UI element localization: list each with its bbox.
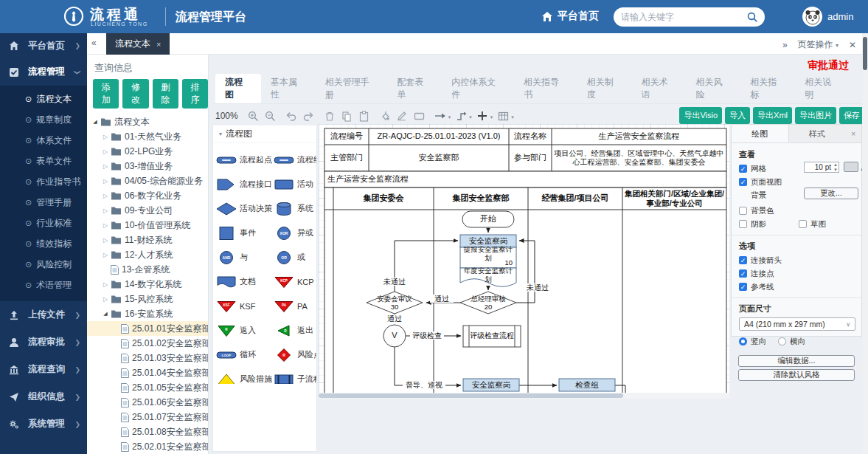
shape-loop[interactable]: LOOP循环 <box>215 343 272 367</box>
tab-guides[interactable]: 相关指导书 <box>514 74 577 103</box>
tree-folder[interactable]: ▷15-风控系统 <box>87 292 208 306</box>
table-icon[interactable] <box>497 110 510 123</box>
sidebar-item-regulations[interactable]: ⊙规章制度 <box>0 109 87 130</box>
copy-icon[interactable] <box>341 110 353 123</box>
tab-internal-control-files[interactable]: 内控体系文件 <box>442 74 514 103</box>
tab-terms[interactable]: 相关术语 <box>632 74 687 103</box>
sidebar-item-mgmt-manual[interactable]: ⊙管理手册 <box>0 192 87 213</box>
format-tab-style[interactable]: 样式 <box>789 125 846 142</box>
shape-decision[interactable]: 活动决策 <box>215 196 272 221</box>
shape-risk-point[interactable]: R风险点 <box>272 343 316 367</box>
page-size-select[interactable]: A4 (210 mm x 297 mm)∨ <box>739 317 855 331</box>
shape-kcp[interactable]: KCPKCP <box>272 269 316 294</box>
sidebar-item-kpi[interactable]: ⊙绩效指标 <box>0 233 87 254</box>
open-tab-process-text[interactable]: 流程文本 × <box>106 33 170 55</box>
portrait-radio[interactable] <box>739 337 747 345</box>
tree-file-selected[interactable]: 25.01.01安全监察部-安全监 <box>87 321 208 336</box>
scroll-tabs-icon[interactable]: » <box>782 40 788 50</box>
hscrollbar-thumb[interactable] <box>319 393 623 398</box>
node-gateway-v[interactable]: V <box>383 325 406 347</box>
shape-or[interactable]: OR或 <box>272 245 316 269</box>
tree-file[interactable]: 25.01.02安全监察部-安全监 <box>87 336 208 351</box>
arrow-style-icon[interactable] <box>434 110 447 123</box>
conn-arrows-checkbox[interactable]: ✓ <box>739 256 747 264</box>
shape-document[interactable]: 文档 <box>215 269 272 294</box>
shape-style-icon[interactable] <box>413 110 426 123</box>
shape-activity[interactable]: 活动 <box>272 172 316 196</box>
sidebar-item-process-mgmt[interactable]: 流程管理❯ <box>0 58 87 86</box>
shape-system[interactable]: 系统 <box>272 196 316 221</box>
sidebar-item-terms[interactable]: ⊙术语管理 <box>0 275 87 295</box>
shape-pa[interactable]: PAPA <box>272 294 316 318</box>
tree-folder[interactable]: ▷10-价值管理系统 <box>87 218 208 233</box>
pencil-icon[interactable] <box>396 110 409 123</box>
redo-icon[interactable] <box>302 110 315 123</box>
shape-end[interactable]: 流程终点 <box>272 148 316 172</box>
insert-shape-icon[interactable] <box>476 110 489 123</box>
tab-risks[interactable]: 相关风险 <box>686 74 740 103</box>
tree-file[interactable]: 25.02.01安全监察部-双重预 <box>87 439 208 454</box>
sidebar-item-home[interactable]: 平台首页❯ <box>0 33 87 58</box>
connector-style-icon[interactable] <box>455 110 468 123</box>
search-input[interactable] <box>621 12 747 22</box>
tree-file[interactable]: 13-企管系统 <box>87 262 208 277</box>
tab-mgmt-manuals[interactable]: 相关管理手册 <box>316 74 388 103</box>
tree-folder[interactable]: ▷12-人才系统 <box>87 247 208 262</box>
format-tab-diagram[interactable]: 绘图 <box>732 125 789 142</box>
node-start[interactable]: 开始 <box>462 211 514 227</box>
collapse-tabs-icon[interactable]: « <box>91 38 97 48</box>
grid-size-input[interactable]: 10 pt▲▼ <box>804 162 839 173</box>
tree-file[interactable]: 25.01.06安全监察部-安全监 <box>87 395 208 410</box>
sketch-checkbox[interactable] <box>799 220 807 228</box>
window-scrollbar[interactable] <box>862 33 868 454</box>
shadow-checkbox[interactable] <box>739 220 747 228</box>
tree-folder[interactable]: ▷01-天然气业务 <box>87 129 208 144</box>
export-xml-button[interactable]: 导出Xml <box>753 107 792 124</box>
conn-points-checkbox[interactable]: ✓ <box>739 269 747 278</box>
sidebar-item-industry-std[interactable]: ⊙行业标准 <box>0 213 87 233</box>
format-panel-close-icon[interactable]: × <box>845 125 861 142</box>
clear-default-style-button[interactable]: 清除默认风格 <box>738 369 855 381</box>
sidebar-item-org-info[interactable]: 组织信息❯ <box>0 383 87 410</box>
tree-file[interactable]: 25.01.05安全监察部-安全监 <box>87 380 208 395</box>
tree-folder-open[interactable]: ◢16-安监系统 <box>87 306 208 321</box>
bg-color-checkbox[interactable] <box>739 207 747 215</box>
shape-and[interactable]: AND与 <box>215 245 272 269</box>
shape-return-in[interactable]: R返入 <box>215 318 272 343</box>
guides-checkbox[interactable]: ✓ <box>739 283 747 291</box>
window-scrollbar-thumb[interactable] <box>863 37 867 70</box>
save-button[interactable]: 保存 <box>839 107 864 124</box>
grid-color-swatch[interactable] <box>844 162 858 172</box>
export-visio-button[interactable]: 导出Visio <box>679 107 722 124</box>
change-background-button[interactable]: 更改... <box>804 188 858 199</box>
search-icon[interactable] <box>747 12 757 22</box>
shape-xor[interactable]: XOR异或 <box>272 221 316 245</box>
tree-folder[interactable]: ▷06-数字化业务 <box>87 188 208 203</box>
grid-checkbox[interactable]: ✓ <box>739 165 747 173</box>
tree-folder[interactable]: ▷02-LPG业务 <box>87 144 208 159</box>
sidebar-item-system-files[interactable]: ⊙体系文件 <box>0 130 87 151</box>
export-image-button[interactable]: 导出图片 <box>795 107 836 124</box>
tab-basic-attrs[interactable]: 基本属性 <box>261 74 316 103</box>
tab-regulations[interactable]: 相关制度 <box>577 74 632 103</box>
delete-icon[interactable] <box>324 110 336 123</box>
sidebar-item-approval[interactable]: 流程审批❯ <box>0 329 87 356</box>
tree-file[interactable]: 25.01.07安全监察部-安全监 <box>87 410 208 424</box>
shape-interface[interactable]: 流程接口 <box>215 172 272 196</box>
tab-flow-diagram[interactable]: 流程图 <box>215 74 261 103</box>
tree-folder[interactable]: ▷04/05-综合能源业务 <box>87 173 208 188</box>
tab-operations-dropdown[interactable]: 页签操作 ▾ <box>798 38 839 51</box>
paste-icon[interactable] <box>358 110 370 123</box>
zoom-out-icon[interactable] <box>264 110 277 123</box>
tree-file[interactable]: 25.01.08安全监察部-安全监 <box>87 424 208 439</box>
username[interactable]: admin <box>827 11 853 22</box>
tree-root[interactable]: ◢流程文本 <box>87 114 208 129</box>
tree-file[interactable]: 25.01.03安全监察部-安全监 <box>87 351 208 365</box>
avatar[interactable] <box>802 7 822 27</box>
sidebar-item-form-files[interactable]: ⊙表单文件 <box>0 151 87 171</box>
close-tab-icon[interactable]: × <box>156 40 161 49</box>
undo-icon[interactable] <box>285 110 298 123</box>
node-team-check-group[interactable]: 检查组 <box>559 379 615 391</box>
tab-indicators[interactable]: 相关指标 <box>740 74 795 103</box>
shape-ksf[interactable]: KSFKSF <box>215 294 272 318</box>
